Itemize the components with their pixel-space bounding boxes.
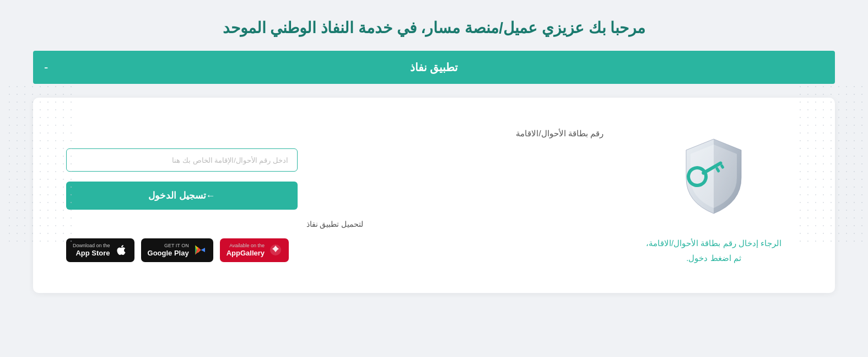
collapse-button[interactable]: - <box>44 61 48 73</box>
google-play-badge[interactable]: GET IT ON Google Play <box>141 238 213 262</box>
apple-bottom-text: App Store <box>73 249 110 258</box>
huawei-badge-text: Available on the AppGallery <box>227 243 265 257</box>
huawei-bottom-text: AppGallery <box>227 249 265 258</box>
apple-badge-text: Download on the App Store <box>73 243 110 257</box>
section-header: تطبيق نفاذ - <box>33 51 835 84</box>
apple-badge[interactable]: Download on the App Store <box>66 238 134 262</box>
google-top-text: GET IT ON <box>148 243 189 249</box>
id-input[interactable] <box>66 148 298 172</box>
shield-illustration <box>664 125 763 225</box>
google-badge-text: GET IT ON Google Play <box>148 243 189 257</box>
page-wrapper: مرحبا بك عزيزي عميل/منصة مسار، في خدمة ا… <box>0 0 868 357</box>
apple-top-text: Download on the <box>73 243 110 249</box>
huawei-icon <box>269 243 282 257</box>
section-header-title: تطبيق نفاذ <box>410 61 459 74</box>
card-description: الرجاء إدخال رقم بطاقة الأحوال/الاقامة، … <box>642 236 785 265</box>
login-button[interactable]: ←تسجيل الدخول <box>66 182 298 210</box>
card-left: الرجاء إدخال رقم بطاقة الأحوال/الاقامة، … <box>626 125 802 265</box>
page-title: مرحبا بك عزيزي عميل/منصة مسار، في خدمة ا… <box>33 17 835 40</box>
google-bottom-text: Google Play <box>148 249 189 258</box>
app-badges: Available on the AppGallery GET IT ON Go <box>66 238 298 262</box>
card-right: رقم بطاقة الأحوال/الاقامة ←تسجيل الدخول … <box>66 129 603 262</box>
huawei-top-text: Available on the <box>227 243 265 249</box>
google-play-icon <box>193 243 207 257</box>
download-label: لتحميل تطبيق نفاذ <box>66 220 603 228</box>
apple-icon <box>115 243 128 257</box>
huawei-badge[interactable]: Available on the AppGallery <box>220 238 289 262</box>
id-field-label: رقم بطاقة الأحوال/الاقامة <box>66 129 603 138</box>
main-card: الرجاء إدخال رقم بطاقة الأحوال/الاقامة، … <box>33 98 835 293</box>
